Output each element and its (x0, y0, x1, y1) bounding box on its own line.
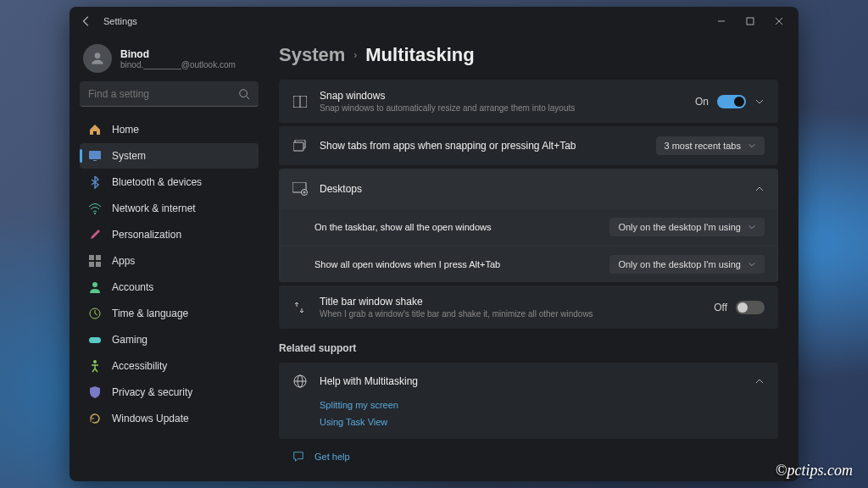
nav-label: Accessibility (112, 360, 167, 372)
wifi-icon (88, 202, 102, 215)
access-icon (88, 359, 102, 373)
desktops-header[interactable]: Desktops (279, 169, 778, 209)
svg-rect-14 (89, 337, 101, 343)
sidebar-item-brush[interactable]: Personalization (80, 222, 259, 247)
chevron-down-icon (748, 223, 756, 231)
chevron-down-icon (748, 141, 756, 150)
svg-rect-8 (89, 255, 94, 260)
support-title: Help with Multitasking (320, 375, 743, 387)
svg-point-12 (92, 282, 97, 287)
app-title: Settings (103, 16, 137, 26)
desktops-icon (292, 182, 308, 196)
breadcrumb-parent[interactable]: System (279, 44, 345, 66)
chat-icon (292, 451, 304, 463)
svg-rect-19 (293, 142, 303, 151)
svg-rect-1 (747, 18, 754, 25)
tabs-dropdown[interactable]: 3 most recent tabs (656, 136, 765, 155)
sidebar-item-system[interactable]: System (80, 143, 259, 169)
breadcrumb-current: Multitasking (365, 44, 474, 66)
sidebar-item-wifi[interactable]: Network & internet (80, 196, 259, 221)
related-heading: Related support (279, 342, 778, 354)
system-icon (88, 149, 102, 163)
desktops-section: Desktops On the taskbar, show all the op… (279, 169, 778, 282)
close-button[interactable] (765, 9, 793, 33)
avatar (83, 44, 112, 73)
shake-title: Title bar window shake (320, 296, 702, 308)
profile-email: binod.________@outlook.com (120, 60, 236, 69)
nav-label: Network & internet (112, 202, 196, 214)
setting-dropdown[interactable]: Only on the desktop I'm using (609, 255, 765, 274)
search-input[interactable] (88, 88, 238, 100)
tabs-icon (292, 140, 308, 152)
sidebar-item-shield[interactable]: Privacy & security (80, 380, 259, 405)
tabs-title: Show tabs from apps when snapping or pre… (320, 140, 644, 152)
search-icon (238, 88, 250, 100)
minimize-button[interactable] (707, 9, 736, 33)
setting-dropdown[interactable]: Only on the desktop I'm using (609, 218, 765, 236)
sidebar-item-game[interactable]: Gaming (80, 327, 259, 352)
nav-label: Bluetooth & devices (112, 176, 202, 188)
game-icon (88, 333, 102, 347)
clock-icon (88, 307, 102, 320)
settings-window: Settings Binod binod.________@outlook.co… (70, 7, 798, 481)
svg-rect-9 (96, 255, 101, 260)
svg-point-2 (95, 53, 101, 58)
home-icon (88, 123, 102, 136)
sidebar-item-apps[interactable]: Apps (80, 248, 259, 274)
get-help-link[interactable]: Get help (279, 442, 778, 471)
nav-label: Home (112, 124, 139, 136)
apps-icon (88, 254, 102, 268)
snap-state-label: On (695, 96, 709, 108)
nav-label: Privacy & security (112, 386, 192, 398)
search-field[interactable] (80, 81, 259, 107)
svg-point-7 (94, 213, 96, 214)
snap-icon (292, 96, 308, 108)
sidebar-item-person[interactable]: Accounts (80, 274, 259, 300)
breadcrumb: System › Multitasking (279, 44, 778, 66)
chevron-up-icon[interactable] (754, 376, 765, 386)
main-content: System › Multitasking Snap windows Snap … (269, 36, 798, 481)
chevron-up-icon[interactable] (754, 184, 765, 194)
sidebar-item-clock[interactable]: Time & language (80, 301, 259, 326)
globe-icon (292, 374, 308, 388)
sidebar-item-home[interactable]: Home (80, 117, 259, 142)
setting-label: On the taskbar, show all the open window… (314, 222, 609, 232)
shake-toggle[interactable] (736, 301, 765, 314)
svg-rect-11 (96, 262, 101, 267)
support-links: Splitting my screenUsing Task View (279, 400, 778, 439)
support-link[interactable]: Using Task View (320, 417, 765, 427)
back-button[interactable] (75, 9, 98, 33)
chevron-down-icon[interactable] (754, 97, 765, 107)
sidebar-item-update[interactable]: Windows Update (80, 406, 259, 431)
snap-sub: Snap windows to automatically resize and… (320, 103, 683, 113)
snap-windows-card[interactable]: Snap windows Snap windows to automatical… (279, 80, 778, 123)
support-header[interactable]: Help with Multitasking (279, 363, 778, 400)
sidebar: Binod binod.________@outlook.com HomeSys… (70, 36, 269, 481)
svg-point-15 (93, 360, 97, 363)
alt-tab-card[interactable]: Show tabs from apps when snapping or pre… (279, 126, 778, 165)
nav: HomeSystemBluetooth & devicesNetwork & i… (80, 117, 259, 431)
update-icon (88, 412, 102, 425)
maximize-button[interactable] (736, 9, 765, 33)
nav-label: Apps (112, 255, 135, 267)
bluetooth-icon (88, 175, 102, 189)
svg-point-3 (240, 89, 248, 97)
brush-icon (88, 228, 102, 241)
profile[interactable]: Binod binod.________@outlook.com (80, 39, 259, 81)
sidebar-item-access[interactable]: Accessibility (80, 353, 259, 379)
nav-label: System (112, 150, 146, 162)
support-link[interactable]: Splitting my screen (320, 400, 765, 410)
chevron-down-icon (748, 260, 756, 269)
sidebar-item-bluetooth[interactable]: Bluetooth & devices (80, 169, 259, 195)
shake-card[interactable]: Title bar window shake When I grab a win… (279, 286, 778, 329)
person-icon (88, 280, 102, 294)
desktop-setting-row: On the taskbar, show all the open window… (281, 209, 776, 245)
setting-label: Show all open windows when I press Alt+T… (314, 259, 609, 269)
snap-toggle[interactable] (717, 95, 746, 108)
shake-state-label: Off (714, 302, 727, 313)
desktop-setting-row: Show all open windows when I press Alt+T… (281, 247, 776, 282)
desktops-title: Desktops (320, 183, 743, 195)
svg-rect-6 (93, 160, 97, 161)
nav-label: Personalization (112, 229, 181, 241)
profile-name: Binod (120, 48, 236, 60)
